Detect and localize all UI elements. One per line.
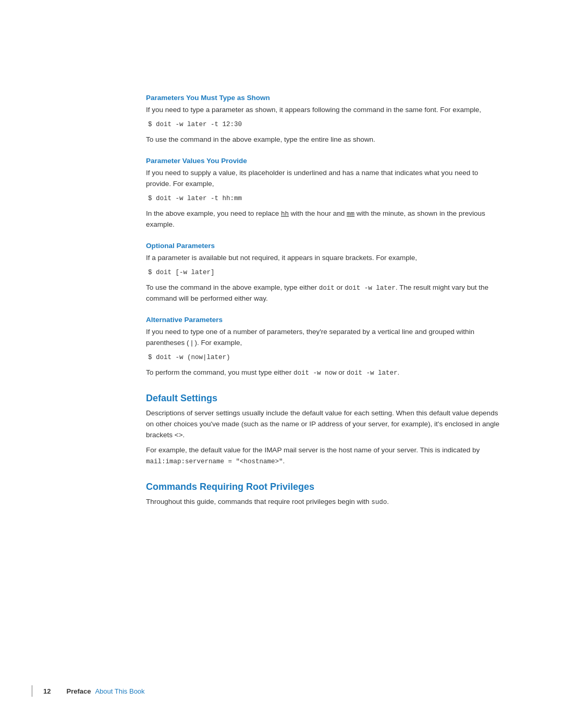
commands-root-heading: Commands Requiring Root Privileges [146,482,500,492]
commands-para1-prefix: Throughout this guide, commands that req… [146,498,371,505]
alternative-params-para1: If you need to type one of a number of p… [146,327,500,349]
param-values-para1: If you need to supply a value, its place… [146,168,500,190]
default-para2-code: mail:imap:servername = "<hostname>" [146,458,283,465]
optional-para2-code1: doit [319,285,335,292]
page-footer: 12 Preface About This Book [0,685,563,697]
param-values-para2-mid: with the hour and [289,209,347,217]
params-type-code1: $ doit -w later -t 12:30 [146,121,500,128]
commands-para1-code: sudo [371,499,387,506]
alt-para2-mid: or [336,368,347,376]
default-para2-prefix: For example, the default value for the I… [146,446,480,454]
optional-para2-code2: doit -w later [345,285,396,292]
page-container: Parameters You Must Type as Shown If you… [0,0,563,728]
section-alternative-params: Alternative Parameters If you need to ty… [146,316,500,378]
default-settings-heading: Default Settings [146,393,500,404]
param-values-para2-prefix: In the above example, you need to replac… [146,209,281,217]
optional-para2-prefix: To use the command in the above example,… [146,283,319,291]
footer-about-link: About This Book [95,687,144,695]
param-values-para2: In the above example, you need to replac… [146,208,500,230]
param-values-code1: $ doit -w later -t hh:mm [146,195,500,202]
optional-params-para2: To use the command in the above example,… [146,282,500,304]
section-params-type-as-shown: Parameters You Must Type as Shown If you… [146,94,500,145]
params-type-para1: If you need to type a parameter as shown… [146,105,500,116]
section-commands-root: Commands Requiring Root Privileges Throu… [146,482,500,508]
commands-root-para1: Throughout this guide, commands that req… [146,497,500,508]
param-values-heading: Parameter Values You Provide [146,157,500,165]
alt-para2-code2: doit -w later [347,369,398,377]
param-values-hh: hh [281,211,289,218]
alternative-params-para2: To perform the command, you must type ei… [146,367,500,378]
optional-params-heading: Optional Parameters [146,242,500,250]
footer-preface-label: Preface [66,687,91,695]
default-settings-para1: Descriptions of server settings usually … [146,408,500,441]
optional-params-para1: If a parameter is available but not requ… [146,253,500,264]
optional-para2-mid1: or [335,283,345,291]
alt-para2-suffix: . [397,368,399,376]
param-values-mm: mm [347,211,354,218]
default-settings-para2: For example, the default value for the I… [146,445,500,467]
alt-para2-prefix: To perform the command, you must type ei… [146,368,293,376]
section-default-settings: Default Settings Descriptions of server … [146,393,500,467]
footer-border [31,685,33,697]
section-optional-params: Optional Parameters If a parameter is av… [146,242,500,304]
params-type-heading: Parameters You Must Type as Shown [146,94,500,102]
alt-para2-code1: doit -w now [293,369,337,377]
default-para2-suffix: . [283,457,285,465]
params-type-para2: To use the command in the above example,… [146,134,500,145]
alternative-params-heading: Alternative Parameters [146,316,500,324]
alternative-params-code1: $ doit -w (now|later) [146,354,500,361]
section-param-values-provide: Parameter Values You Provide If you need… [146,157,500,230]
content-area: Parameters You Must Type as Shown If you… [146,0,500,551]
commands-para1-suffix: . [387,498,389,505]
page-number: 12 [43,687,51,695]
optional-params-code1: $ doit [-w later] [146,269,500,276]
